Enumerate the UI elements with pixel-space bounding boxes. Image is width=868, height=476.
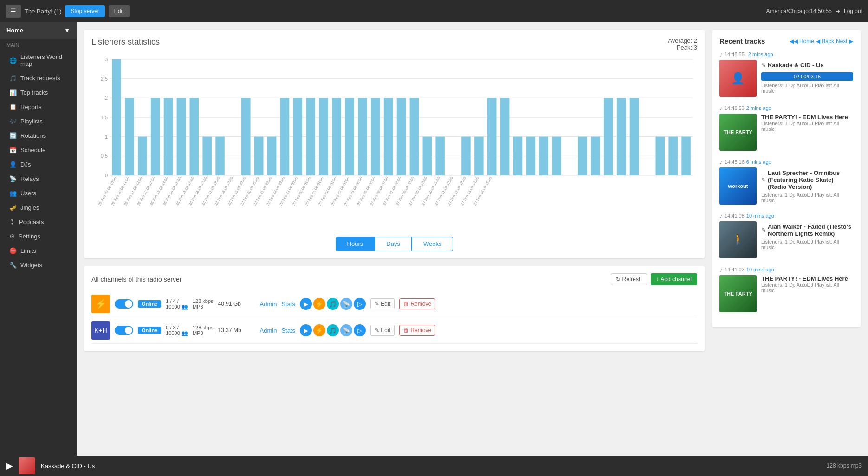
channel-music-icon-2[interactable]: 🎵 bbox=[327, 324, 339, 336]
channel-remove-button-2[interactable]: 🗑 Remove bbox=[399, 325, 435, 336]
top-tracks-icon: 📊 bbox=[9, 89, 17, 96]
channel-status-1: Online bbox=[138, 300, 161, 308]
svg-rect-48 bbox=[591, 137, 600, 175]
svg-rect-27 bbox=[293, 98, 303, 175]
channel-play2-icon-1[interactable]: ▷ bbox=[354, 298, 366, 310]
channel-toggle-2[interactable] bbox=[115, 326, 133, 335]
chart-area: 00.511.522.5326 Feb 09:00-10:0026 Feb 10… bbox=[91, 55, 697, 231]
sidebar-item-relays[interactable]: 📡 Relays bbox=[0, 172, 77, 186]
channel-edit-button-1[interactable]: ✎ Edit bbox=[370, 298, 395, 309]
topbar: ☰ The Party! (1) Stop server Edit Americ… bbox=[0, 0, 868, 22]
settings-icon: ⚙ bbox=[9, 233, 15, 240]
svg-rect-25 bbox=[267, 137, 277, 175]
track-edit-icon-3: ✎ bbox=[761, 177, 766, 183]
stop-server-button[interactable]: Stop server bbox=[65, 5, 104, 17]
channel-row-2: K+H Online 0 / 3 /10000 👥 128 kbpsMP3 13… bbox=[91, 317, 697, 344]
add-channel-button[interactable]: + Add channel bbox=[651, 273, 697, 285]
sidebar-item-podcasts[interactable]: 🎙 Podcasts bbox=[0, 215, 77, 229]
track-info-5: THE PARTY! - EDM Lives Here Listeners: 1… bbox=[761, 275, 853, 293]
sidebar-item-label: Listeners World map bbox=[20, 53, 70, 67]
users-icon: 👥 bbox=[9, 190, 17, 197]
tab-days[interactable]: Days bbox=[375, 237, 412, 251]
sidebar-item-users[interactable]: 👥 Users bbox=[0, 186, 77, 200]
channel-admin-link-1[interactable]: Admin bbox=[260, 301, 277, 308]
channel-stream-icon-1[interactable]: 📡 bbox=[340, 298, 352, 310]
sidebar-item-schedule[interactable]: 📅 Schedule bbox=[0, 143, 77, 157]
sidebar-item-jingles[interactable]: 🎺 Jingles bbox=[0, 200, 77, 215]
station-name: The Party! (1) bbox=[25, 8, 61, 15]
channel-row: ⚡ Online 1 / 4 /10000 👥 128 kbpsMP3 40.9… bbox=[91, 291, 697, 317]
channel-stats-link-2[interactable]: Stats bbox=[281, 327, 295, 334]
track-item-5: ♪ 14:41:03 10 mins ago THE PARTY THE PAR… bbox=[719, 266, 853, 312]
sidebar-home[interactable]: Home ▼ bbox=[0, 22, 77, 39]
channel-dj-icon-2[interactable]: ⚡ bbox=[313, 324, 325, 336]
chart-tabs: Hours Days Weeks bbox=[91, 237, 697, 251]
sidebar-item-label: Settings bbox=[19, 233, 40, 240]
refresh-button[interactable]: ↻ Refresh bbox=[611, 273, 647, 285]
track-info-4: ✎ Alan Walker - Faded (Tiesto's Northern… bbox=[761, 221, 853, 250]
channel-toggle-1[interactable] bbox=[115, 299, 133, 309]
channel-remove-button-1[interactable]: 🗑 Remove bbox=[399, 298, 435, 309]
chart-title: Listeners statistics bbox=[91, 37, 160, 47]
svg-rect-32 bbox=[358, 98, 367, 175]
nav-back-button[interactable]: ◀ Back bbox=[816, 38, 834, 45]
schedule-icon: 📅 bbox=[9, 147, 17, 154]
logout-icon: ➜ bbox=[836, 8, 840, 14]
world-icon: 🌐 bbox=[9, 57, 17, 64]
logout-link[interactable]: Log out bbox=[844, 8, 862, 14]
channel-play2-icon-2[interactable]: ▷ bbox=[354, 324, 366, 336]
nav-next-button[interactable]: Next ▶ bbox=[836, 38, 853, 45]
chart-peak: Peak: 3 bbox=[668, 44, 697, 51]
channel-edit-button-2[interactable]: ✎ Edit bbox=[370, 325, 395, 336]
sidebar-item-limits[interactable]: ⛔ Limits bbox=[0, 244, 77, 258]
sidebar-item-reports[interactable]: 📋 Reports bbox=[0, 100, 77, 114]
track-info-1: ✎ Kaskade & CID - Us 02:00/03:15 Listene… bbox=[761, 60, 853, 94]
relays-icon: 📡 bbox=[9, 175, 17, 182]
sidebar-item-rotations[interactable]: 🔄 Rotations bbox=[0, 129, 77, 143]
player-track-name: Kaskade & CID - Us bbox=[41, 463, 95, 470]
channel-music-icon-1[interactable]: 🎵 bbox=[327, 298, 339, 310]
player-kbps: 128 kbps mp3 bbox=[827, 463, 862, 469]
track-name-5: THE PARTY! - EDM Lives Here bbox=[761, 275, 848, 282]
svg-rect-20 bbox=[190, 98, 199, 175]
tab-weeks[interactable]: Weeks bbox=[412, 237, 453, 251]
channel-dj-icon-1[interactable]: ⚡ bbox=[313, 298, 325, 310]
channel-admin-link-2[interactable]: Admin bbox=[260, 327, 277, 334]
track-time-2: 14:48:53 bbox=[725, 105, 745, 111]
sidebar-item-djs[interactable]: 👤 DJs bbox=[0, 157, 77, 172]
channel-size-2: 13.37 Mb bbox=[218, 327, 255, 334]
sidebar-item-settings[interactable]: ⚙ Settings bbox=[0, 229, 77, 244]
track-info-3: ✎ Laut Sprecher - Omnibus (Featuring Kat… bbox=[761, 167, 853, 203]
channel-play-icon-1[interactable]: ▶ bbox=[300, 298, 312, 310]
note-icon-4: ♪ bbox=[719, 212, 723, 219]
sidebar-item-listeners-world-map[interactable]: 🌐 Listeners World map bbox=[0, 50, 77, 71]
content-area: Listeners statistics Average: 2 Peak: 3 … bbox=[77, 22, 868, 456]
hamburger-button[interactable]: ☰ bbox=[6, 5, 21, 18]
sidebar-item-track-requests[interactable]: 🎵 Track requests bbox=[0, 71, 77, 85]
svg-rect-45 bbox=[539, 137, 549, 175]
sidebar-item-label: Rotations bbox=[20, 132, 46, 139]
note-icon-2: ♪ bbox=[719, 104, 723, 112]
channel-stats-link-1[interactable]: Stats bbox=[281, 301, 295, 308]
svg-rect-34 bbox=[384, 98, 393, 175]
track-name-2: THE PARTY! - EDM Lives Here bbox=[761, 114, 848, 121]
channel-play-icon-2[interactable]: ▶ bbox=[300, 324, 312, 336]
sidebar-item-top-tracks[interactable]: 📊 Top tracks bbox=[0, 85, 77, 100]
tab-hours[interactable]: Hours bbox=[336, 237, 375, 251]
note-icon-1: ♪ bbox=[719, 51, 723, 58]
svg-rect-16 bbox=[138, 137, 147, 175]
channel-logo-2: K+H bbox=[91, 321, 110, 340]
player-play-button[interactable]: ▶ bbox=[6, 461, 13, 471]
sidebar-item-widgets[interactable]: 🔧 Widgets bbox=[0, 258, 77, 272]
sidebar-item-label: Track requests bbox=[20, 75, 60, 82]
nav-home-button[interactable]: ◀◀ Home bbox=[790, 38, 814, 45]
svg-rect-41 bbox=[487, 98, 497, 175]
track-item-1: ♪ 14:48:55 2 mins ago 👤 ✎ Kaskade & CID … bbox=[719, 51, 853, 97]
svg-rect-53 bbox=[668, 137, 678, 175]
track-progress-time-1: 02:00/03:15 bbox=[794, 74, 821, 79]
channels-actions: ↻ Refresh + Add channel bbox=[611, 273, 697, 285]
track-row-3: workout ✎ Laut Sprecher - Omnibus (Featu… bbox=[719, 167, 853, 205]
sidebar-item-playlists[interactable]: 🎶 Playlists bbox=[0, 114, 77, 129]
channel-stream-icon-2[interactable]: 📡 bbox=[340, 324, 352, 336]
edit-button[interactable]: Edit bbox=[109, 5, 130, 17]
